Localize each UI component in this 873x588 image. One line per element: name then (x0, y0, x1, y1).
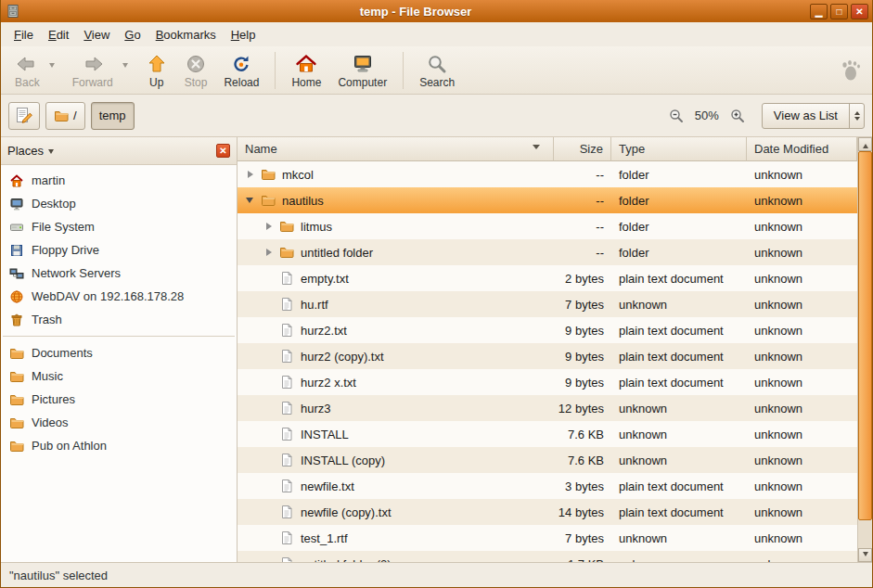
zoom-out-button[interactable] (665, 105, 687, 127)
folder-icon (279, 219, 294, 234)
view-mode-select[interactable]: View as List (762, 103, 865, 129)
file-row-newfile-copy-txt[interactable]: newfile (copy).txt14 bytesplain text doc… (238, 499, 857, 525)
file-icon (279, 427, 294, 441)
maximize-button[interactable]: □ (830, 4, 848, 19)
network-small-icon (9, 266, 24, 281)
file-row-hu-rtf[interactable]: hu.rtf7 bytesunknownunknown (238, 291, 857, 317)
column-header-name[interactable]: Name (238, 137, 554, 161)
type-cell: plain text document (611, 265, 747, 291)
file-row-newfile-txt[interactable]: newfile.txt3 bytesplain text documentunk… (238, 473, 857, 499)
type-cell: unknown (611, 395, 747, 421)
sidebar-item-videos[interactable]: Videos (1, 411, 237, 434)
scroll-up-button[interactable] (858, 137, 872, 151)
file-row-mkcol[interactable]: mkcol--folderunknown (238, 161, 857, 187)
column-header-size[interactable]: Size (554, 137, 611, 161)
up-arrow-icon (146, 52, 168, 75)
menu-view[interactable]: View (76, 25, 117, 45)
toolbar-computer-button[interactable]: Computer (329, 49, 395, 91)
path-button-current[interactable]: temp (91, 102, 135, 130)
folder-small-icon (9, 392, 24, 407)
path-button-root[interactable]: / (45, 102, 85, 130)
toolbar-home-button[interactable]: Home (283, 49, 329, 91)
file-icon (279, 349, 294, 364)
minimize-button[interactable]: ▁ (810, 4, 828, 19)
toolbar-reload-button[interactable]: Reload (215, 49, 267, 91)
size-cell: -- (554, 213, 611, 239)
size-cell: 9 bytes (554, 369, 611, 395)
size-cell: -- (554, 239, 611, 265)
expander-collapsed-icon[interactable] (262, 239, 275, 265)
vertical-scrollbar[interactable] (857, 137, 872, 562)
sidebar-item-pub-on-athlon[interactable]: Pub on Athlon (1, 434, 237, 457)
sidebar-item-webdav-on-192-168-178-28[interactable]: WebDAV on 192.168.178.28 (1, 285, 237, 308)
sidebar-item-martin[interactable]: martin (1, 169, 237, 192)
zoom-in-button[interactable] (726, 105, 749, 127)
toolbar-search-button[interactable]: Search (411, 49, 463, 91)
toggle-location-entry-button[interactable] (8, 102, 40, 130)
path-current-label: temp (99, 109, 126, 122)
file-row-nautilus[interactable]: nautilus--folderunknown (238, 187, 857, 213)
menu-file[interactable]: File (6, 25, 41, 45)
scrollbar-trough[interactable] (858, 151, 872, 548)
file-row-hurz2-x-txt[interactable]: hurz2 x.txt9 bytesplain text documentunk… (238, 369, 857, 395)
folder-small-icon (9, 439, 24, 454)
desktop-small-icon (9, 197, 24, 211)
folder-small-icon (9, 415, 24, 430)
sidebar-close-button[interactable]: ✕ (216, 144, 230, 158)
type-cell: plain text document (611, 343, 747, 369)
column-header-date-modified[interactable]: Date Modified (747, 137, 857, 161)
size-cell: 1.7 KB (554, 551, 611, 562)
menubar: FileEditViewGoBookmarksHelp (1, 22, 872, 46)
toolbar-up-button[interactable]: Up (137, 49, 176, 91)
sidebar-item-trash[interactable]: Trash (1, 308, 237, 331)
file-row-litmus[interactable]: litmus--folderunknown (238, 213, 857, 239)
size-cell: 9 bytes (554, 343, 611, 369)
menu-edit[interactable]: Edit (41, 25, 76, 45)
toolbar: BackForwardUpStopReloadHomeComputerSearc… (1, 46, 872, 95)
file-row-untitled-folder-2[interactable]: untitled folder (2)1.7 KBunknownunknown (238, 551, 857, 562)
file-row-install[interactable]: INSTALL7.6 KBunknownunknown (238, 421, 857, 447)
sidebar-item-music[interactable]: Music (1, 364, 237, 388)
file-icon (279, 271, 294, 286)
file-row-hurz2-copy-txt[interactable]: hurz2 (copy).txt9 bytesplain text docume… (238, 343, 857, 369)
file-row-hurz2-txt[interactable]: hurz2.txt9 bytesplain text documentunkno… (238, 317, 857, 343)
type-cell: unknown (611, 447, 747, 473)
expander-collapsed-icon[interactable] (243, 161, 256, 187)
file-row-untitled-folder[interactable]: untitled folder--folderunknown (238, 239, 857, 265)
sidebar-item-documents[interactable]: Documents (1, 341, 237, 364)
sidebar-title[interactable]: Places (7, 144, 44, 158)
file-row-test-1-rtf[interactable]: test_1.rtf7 bytesunknownunknown (238, 525, 857, 551)
sidebar-item-floppy-drive[interactable]: Floppy Drive (1, 238, 237, 262)
path-root-label: / (73, 109, 77, 122)
expander-collapsed-icon[interactable] (262, 213, 275, 239)
sidebar-item-desktop[interactable]: Desktop (1, 192, 237, 215)
throbber-icon (841, 59, 861, 82)
file-icon (279, 479, 294, 493)
chevron-down-icon (48, 149, 54, 157)
file-row-empty-txt[interactable]: empty.txt2 bytesplain text documentunkno… (238, 265, 857, 291)
sidebar-item-pictures[interactable]: Pictures (1, 388, 237, 411)
toolbar-stop-button: Stop (176, 49, 216, 91)
folder-small-icon (9, 369, 24, 384)
date-modified-cell: unknown (747, 265, 857, 291)
file-icon (279, 530, 294, 545)
menu-bookmarks[interactable]: Bookmarks (148, 25, 224, 45)
column-header-type[interactable]: Type (611, 137, 747, 161)
type-cell: unknown (611, 421, 747, 447)
folder-small-icon (9, 346, 24, 361)
size-cell: -- (554, 187, 611, 213)
sidebar-item-file-system[interactable]: File System (1, 215, 237, 238)
menu-help[interactable]: Help (224, 25, 263, 45)
file-list-pane: NameSizeTypeDate Modified mkcol--folderu… (238, 137, 872, 562)
expander-expanded-icon[interactable] (243, 187, 256, 213)
sidebar-item-network-servers[interactable]: Network Servers (1, 262, 237, 285)
scrollbar-thumb[interactable] (858, 151, 872, 520)
file-row-hurz3[interactable]: hurz312 bytesunknownunknown (238, 395, 857, 421)
menu-go[interactable]: Go (117, 25, 148, 45)
titlebar[interactable]: temp - File Browser ▁ □ ✕ (1, 0, 872, 22)
close-button[interactable]: ✕ (851, 4, 868, 19)
size-cell: 12 bytes (554, 395, 611, 421)
file-row-install-copy[interactable]: INSTALL (copy)7.6 KBunknownunknown (238, 447, 857, 473)
scroll-down-button[interactable] (858, 548, 872, 562)
expander-spacer (262, 499, 275, 525)
